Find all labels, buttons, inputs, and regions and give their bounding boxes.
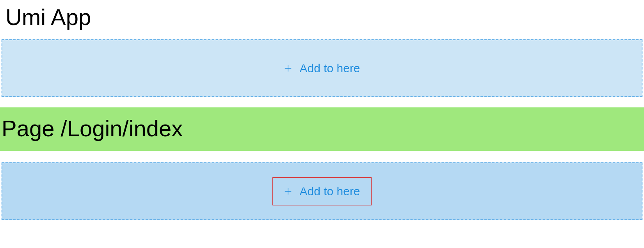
drop-zone-bottom[interactable]: Add to here bbox=[2, 162, 642, 220]
page-banner: Page /Login/index bbox=[0, 107, 644, 151]
app-title: Umi App bbox=[0, 0, 644, 38]
add-button-label: Add to here bbox=[299, 185, 360, 198]
add-to-here-button-bottom[interactable]: Add to here bbox=[272, 177, 371, 205]
add-button-label: Add to here bbox=[299, 62, 360, 75]
add-to-here-button-top[interactable]: Add to here bbox=[273, 55, 371, 82]
drop-zone-top[interactable]: Add to here bbox=[2, 39, 642, 97]
plus-icon bbox=[284, 187, 292, 196]
plus-icon bbox=[284, 64, 292, 73]
